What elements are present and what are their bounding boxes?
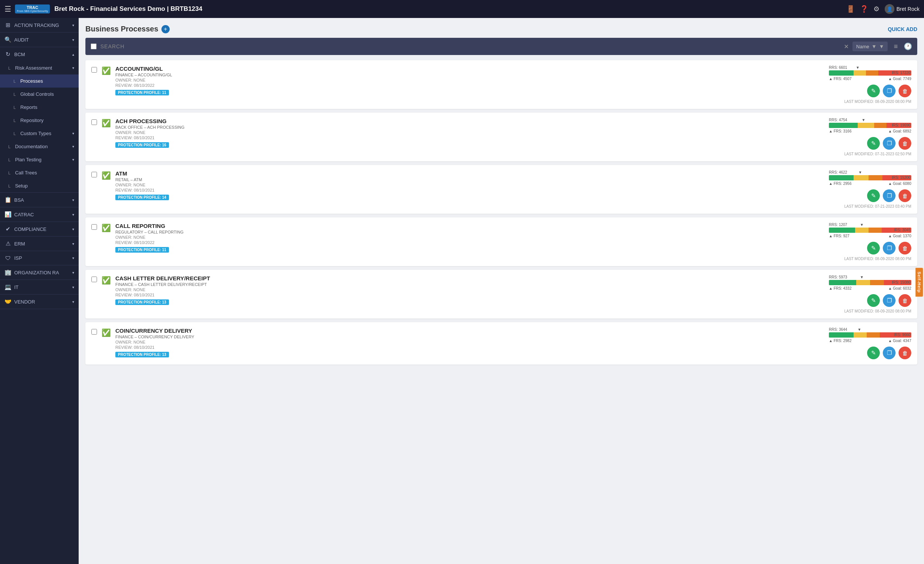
bsa-arrow: ▾ xyxy=(72,198,74,202)
edit-button-2[interactable]: ✎ xyxy=(867,189,880,202)
sidebar-item-repository[interactable]: L Repository xyxy=(0,114,79,127)
sidebar-item-call-trees[interactable]: L Call Trees xyxy=(0,166,79,179)
record-info-1: ACH PROCESSING BACK OFFICE – ACH PROCESS… xyxy=(116,118,787,148)
record-review-3: REVIEW: 08/10/2022 xyxy=(116,240,787,245)
record-right-4: RRS: 5973 ▼ IRS: 15080 ▲ FRS: 4332 ▲ Goa… xyxy=(791,275,911,313)
record-checkbox-5[interactable] xyxy=(92,329,97,335)
sidebar-item-catrac[interactable]: 📊 CATRAC ▾ xyxy=(0,207,79,221)
record-owner-4: OWNER: NONE xyxy=(116,287,787,292)
record-checkbox-0[interactable] xyxy=(92,67,97,73)
sort-direction-icon[interactable]: ▼ xyxy=(879,43,884,49)
filter-icon[interactable]: ≡ xyxy=(894,43,898,51)
sidebar-item-bsa[interactable]: 📋 BSA ▾ xyxy=(0,193,79,207)
delete-button-3[interactable]: 🗑 xyxy=(898,242,911,254)
search-input[interactable] xyxy=(100,43,840,49)
delete-button-4[interactable]: 🗑 xyxy=(898,294,911,307)
sidebar-item-global-controls[interactable]: L Global Controls xyxy=(0,88,79,101)
record-name-0: ACCOUNTING/GL xyxy=(116,66,787,72)
record-status-icon-5: ✅ xyxy=(102,328,111,337)
sidebar-item-reports[interactable]: L Reports xyxy=(0,101,79,114)
sidebar-item-organization-ra[interactable]: 🏢 ORGANIZATION RA ▾ xyxy=(0,265,79,280)
delete-button-0[interactable]: 🗑 xyxy=(898,85,911,97)
record-checkbox-2[interactable] xyxy=(92,172,97,177)
help-icon[interactable]: ❓ xyxy=(860,5,868,13)
copy-button-4[interactable]: ❐ xyxy=(883,294,896,307)
copy-button-0[interactable]: ❐ xyxy=(883,85,896,97)
sidebar-item-custom-types[interactable]: L Custom Types ▾ xyxy=(0,127,79,140)
edit-button-1[interactable]: ✎ xyxy=(867,137,880,150)
rrs-label-2: RRS: 4622 xyxy=(829,170,847,174)
sidebar-item-audit[interactable]: 🔍 AUDIT ▾ xyxy=(0,33,79,47)
self-help-tab[interactable]: Self-Help xyxy=(916,268,923,296)
page-title: Business Processes xyxy=(86,25,158,33)
page-header: Business Processes + QUICK ADD xyxy=(86,25,917,33)
record-badge-4: PROTECTION PROFILE: 13 xyxy=(116,299,169,305)
quick-add-link[interactable]: QUICK ADD xyxy=(888,26,917,32)
select-all-checkbox[interactable] xyxy=(91,43,97,49)
hamburger-icon[interactable]: ☰ xyxy=(4,4,11,13)
settings-icon[interactable]: ⚙ xyxy=(873,5,879,13)
sidebar: ⊞ ACTION TRACKING ▾ 🔍 AUDIT ▾ ↻ BCM ▴ L … xyxy=(0,18,79,564)
sidebar-item-plan-testing[interactable]: L Plan Testing ▾ xyxy=(0,153,79,166)
user-menu[interactable]: 👤 Bret Rock xyxy=(885,4,920,14)
record-review-5: REVIEW: 08/10/2021 xyxy=(116,345,787,350)
sidebar-item-it[interactable]: 💻 IT ▾ xyxy=(0,280,79,294)
sidebar-item-risk-assessment[interactable]: L Risk Assessment ▾ xyxy=(0,61,79,75)
sidebar-item-compliance[interactable]: ✔ COMPLIANCE ▾ xyxy=(0,222,79,236)
sidebar-section-bsa: 📋 BSA ▾ xyxy=(0,193,79,207)
record-owner-3: OWNER: NONE xyxy=(116,235,787,239)
record-checkbox-wrap xyxy=(92,67,97,74)
record-checkbox-3[interactable] xyxy=(92,224,97,230)
frs-label-2: ▲ FRS: 2956 xyxy=(829,181,851,186)
record-status-icon-2: ✅ xyxy=(102,171,111,180)
topnav: ☰ TRAC From SBS CyberSecurity Bret Rock … xyxy=(0,0,924,18)
it-icon: 💻 xyxy=(4,284,11,290)
edit-button-0[interactable]: ✎ xyxy=(867,85,880,97)
search-clear-icon[interactable]: ✕ xyxy=(844,43,849,50)
record-info-5: COIN/CURRENCY DELIVERY FINANCE – COIN/CU… xyxy=(116,328,787,358)
sidebar-item-processes[interactable]: L Processes xyxy=(0,75,79,88)
logo-text: TRAC xyxy=(27,5,38,10)
copy-button-5[interactable]: ❐ xyxy=(883,347,896,359)
goal-label-2: ▲ Goal: 6080 xyxy=(888,181,911,186)
record-status-icon-3: ✅ xyxy=(102,223,111,232)
record-status-icon-0: ✅ xyxy=(102,66,111,75)
record-name-2: ATM xyxy=(116,170,787,177)
sort-dropdown-icon[interactable]: ▼ xyxy=(872,43,877,49)
record-modified-0: LAST MODIFIED: 08-09-2020 08:00 PM xyxy=(791,100,911,104)
app-body: ⊞ ACTION TRACKING ▾ 🔍 AUDIT ▾ ↻ BCM ▴ L … xyxy=(0,18,924,564)
delete-button-1[interactable]: 🗑 xyxy=(898,137,911,150)
sidebar-section-vendor: 🤝 VENDOR ▾ xyxy=(0,295,79,309)
edit-button-3[interactable]: ✎ xyxy=(867,242,880,254)
copy-button-3[interactable]: ❐ xyxy=(883,242,896,254)
sidebar-item-bcm[interactable]: ↻ BCM ▴ xyxy=(0,47,79,61)
record-owner-2: OWNER: NONE xyxy=(116,183,787,187)
door-icon[interactable]: 🚪 xyxy=(846,5,855,13)
sidebar-item-action-tracking[interactable]: ⊞ ACTION TRACKING ▾ xyxy=(0,18,79,32)
record-review-0: REVIEW: 08/10/2022 xyxy=(116,83,787,88)
goal-label-4: ▲ Goal: 6032 xyxy=(888,286,911,290)
delete-button-5[interactable]: 🗑 xyxy=(898,347,911,359)
delete-button-2[interactable]: 🗑 xyxy=(898,189,911,202)
sidebar-item-documentation[interactable]: L Documentation ▾ xyxy=(0,140,79,153)
sidebar-item-vendor[interactable]: 🤝 VENDOR ▾ xyxy=(0,295,79,309)
record-checkbox-1[interactable] xyxy=(92,120,97,125)
it-arrow: ▾ xyxy=(72,285,74,289)
edit-button-4[interactable]: ✎ xyxy=(867,294,880,307)
add-business-process-button[interactable]: + xyxy=(161,25,170,33)
sidebar-item-isp[interactable]: 🛡 ISP ▾ xyxy=(0,251,79,265)
sidebar-item-setup[interactable]: L Setup xyxy=(0,179,79,192)
edit-button-5[interactable]: ✎ xyxy=(867,347,880,359)
org-ra-icon: 🏢 xyxy=(4,269,11,276)
record-checkbox-4[interactable] xyxy=(92,277,97,282)
search-history-icon[interactable]: 🕐 xyxy=(904,42,912,51)
copy-button-1[interactable]: ❐ xyxy=(883,137,896,150)
sidebar-item-erm[interactable]: ⚠ ERM ▾ xyxy=(0,236,79,251)
record-owner-0: OWNER: NONE xyxy=(116,78,787,82)
user-name: Bret Rock xyxy=(897,6,920,12)
sort-label: Name xyxy=(856,44,869,49)
record-badge-1: PROTECTION PROFILE: 16 xyxy=(116,142,169,148)
record-badge-0: PROTECTION PROFILE: 11 xyxy=(116,90,169,96)
record-card: ✅ CALL REPORTING REGULATORY – CALL REPOR… xyxy=(86,217,917,266)
copy-button-2[interactable]: ❐ xyxy=(883,189,896,202)
